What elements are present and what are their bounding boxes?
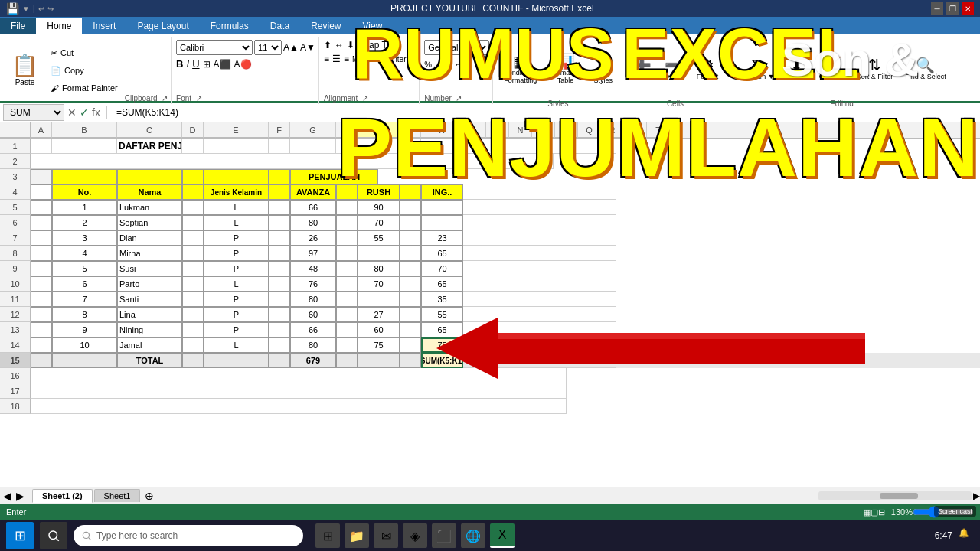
- cell-row7-rest[interactable]: [463, 230, 616, 246]
- cell-H10[interactable]: [336, 276, 358, 292]
- cell-J4[interactable]: [400, 184, 421, 200]
- cell-D7[interactable]: [182, 230, 204, 246]
- cell-I14[interactable]: 75: [358, 337, 400, 353]
- cell-E11[interactable]: P: [204, 292, 269, 307]
- cell-row6-rest[interactable]: [463, 215, 616, 230]
- cell-K8[interactable]: 65: [421, 246, 463, 261]
- cell-D11[interactable]: [182, 292, 204, 307]
- cell-D3[interactable]: [182, 169, 204, 184]
- tab-formulas[interactable]: Formulas: [200, 18, 260, 34]
- cell-H6[interactable]: [336, 215, 358, 230]
- cell-E15[interactable]: [204, 353, 269, 368]
- cell-row5-rest[interactable]: [463, 200, 616, 215]
- cell-H15[interactable]: [336, 353, 358, 368]
- cell-A15[interactable]: [31, 353, 52, 368]
- cell-E9[interactable]: P: [204, 261, 269, 276]
- cell-I6[interactable]: 70: [358, 215, 400, 230]
- notification-btn[interactable]: 🔔: [959, 528, 974, 543]
- col-header-P[interactable]: P: [555, 122, 578, 138]
- cell-C10[interactable]: Parto: [117, 276, 182, 292]
- col-header-C[interactable]: C: [117, 122, 182, 138]
- cell-E8[interactable]: P: [204, 246, 269, 261]
- font-size-select[interactable]: 11: [254, 40, 282, 55]
- cell-D14[interactable]: [182, 337, 204, 353]
- view-page-break-btn[interactable]: ⊟: [878, 507, 885, 517]
- cell-row14-rest[interactable]: [463, 337, 616, 353]
- sheet-tab-1[interactable]: Sheet1 (2): [32, 489, 93, 503]
- cell-I11[interactable]: [358, 292, 400, 307]
- row-header-17[interactable]: 17: [0, 383, 31, 399]
- cell-A3[interactable]: [31, 169, 52, 184]
- cell-C8[interactable]: Mirna: [117, 246, 182, 261]
- cell-D8[interactable]: [182, 246, 204, 261]
- cell-C12[interactable]: Lina: [117, 307, 182, 322]
- cell-A10[interactable]: [31, 276, 52, 292]
- cell-row18[interactable]: [31, 399, 567, 414]
- cell-G5[interactable]: 66: [290, 200, 336, 215]
- cell-G12[interactable]: 60: [290, 307, 336, 322]
- cell-C9[interactable]: Susi: [117, 261, 182, 276]
- cell-D12[interactable]: [182, 307, 204, 322]
- cell-L1[interactable]: [463, 139, 616, 154]
- cell-J8[interactable]: [400, 246, 421, 261]
- sort-filter-btn[interactable]: ⇅Sort & Filter: [851, 40, 899, 98]
- cell-I13[interactable]: 60: [358, 322, 400, 337]
- cell-F6[interactable]: [269, 215, 290, 230]
- cell-J14[interactable]: [400, 337, 421, 353]
- align-left-btn[interactable]: ≡: [324, 54, 329, 64]
- cell-I7[interactable]: 55: [358, 230, 400, 246]
- row-header-1[interactable]: 1: [0, 139, 31, 154]
- cell-H11[interactable]: [336, 292, 358, 307]
- start-button[interactable]: ⊞: [6, 522, 34, 549]
- cell-C6[interactable]: Septian: [117, 215, 182, 230]
- cell-E1[interactable]: [204, 139, 269, 154]
- cell-row17[interactable]: [31, 383, 567, 399]
- cell-B3-no[interactable]: [52, 169, 117, 184]
- cell-A11[interactable]: [31, 292, 52, 307]
- cell-J7[interactable]: [400, 230, 421, 246]
- cell-G8[interactable]: 97: [290, 246, 336, 261]
- cell-G1[interactable]: [290, 139, 336, 154]
- col-header-K[interactable]: K: [421, 122, 463, 138]
- cell-row16[interactable]: [31, 368, 567, 383]
- cell-E12[interactable]: P: [204, 307, 269, 322]
- cell-F9[interactable]: [269, 261, 290, 276]
- cell-J15[interactable]: [400, 353, 421, 368]
- underline-button[interactable]: U: [192, 58, 199, 70]
- cell-C5[interactable]: Lukman: [117, 200, 182, 215]
- cell-C13[interactable]: Nining: [117, 322, 182, 337]
- tab-home[interactable]: Home: [36, 18, 82, 34]
- cell-B13[interactable]: 9: [52, 322, 117, 337]
- align-center-btn[interactable]: ☰: [332, 54, 341, 64]
- col-header-D[interactable]: D: [182, 122, 204, 138]
- row-header-18[interactable]: 18: [0, 399, 31, 414]
- cell-I8[interactable]: [358, 246, 400, 261]
- select-all-corner[interactable]: [0, 122, 31, 138]
- cell-G13[interactable]: 66: [290, 322, 336, 337]
- find-select-btn[interactable]: 🔍Find & Select: [900, 40, 952, 98]
- confirm-input-btn[interactable]: ✓: [80, 106, 89, 119]
- row-header-4[interactable]: 4: [0, 184, 31, 200]
- cell-G7[interactable]: 26: [290, 230, 336, 246]
- col-header-S[interactable]: S: [624, 122, 647, 138]
- cell-H9[interactable]: [336, 261, 358, 276]
- tab-page-layout[interactable]: Page Layout: [126, 18, 199, 34]
- cell-row8-rest[interactable]: [463, 246, 616, 261]
- cell-F11[interactable]: [269, 292, 290, 307]
- cell-J13[interactable]: [400, 322, 421, 337]
- cut-button[interactable]: ✂Cut: [45, 44, 123, 61]
- font-name-select[interactable]: Calibri: [176, 40, 253, 55]
- cell-F7[interactable]: [269, 230, 290, 246]
- cell-row13-rest[interactable]: [463, 322, 616, 337]
- cell-C7[interactable]: Dian: [117, 230, 182, 246]
- cell-C3-nama[interactable]: [117, 169, 182, 184]
- cell-A7[interactable]: [31, 230, 52, 246]
- cell-B1[interactable]: [52, 139, 117, 154]
- cell-B8[interactable]: 4: [52, 246, 117, 261]
- cell-A12[interactable]: [31, 307, 52, 322]
- cell-row10-rest[interactable]: [463, 276, 616, 292]
- format-painter-button[interactable]: 🖌Format Painter: [45, 80, 123, 96]
- font-decrease-btn[interactable]: A▼: [300, 42, 315, 53]
- cell-F15[interactable]: [269, 353, 290, 368]
- cell-D1[interactable]: [182, 139, 204, 154]
